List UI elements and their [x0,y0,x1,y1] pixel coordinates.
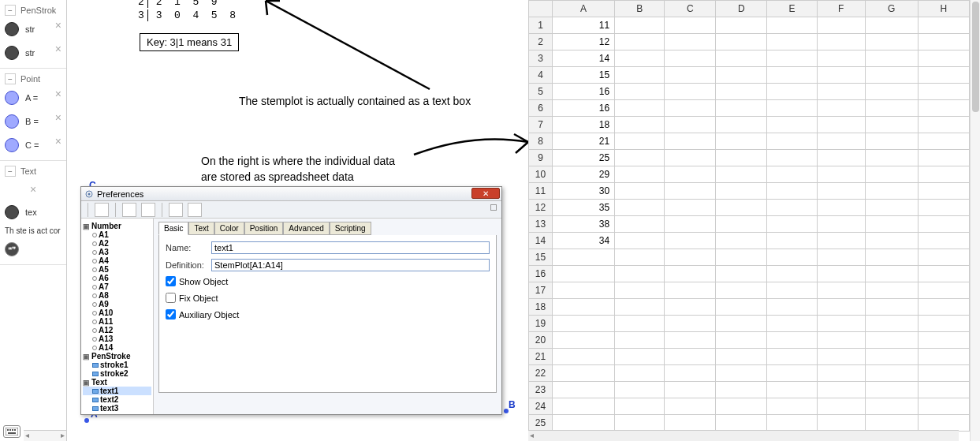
row-header[interactable]: 15 [529,249,553,266]
cell[interactable] [767,67,817,84]
cell[interactable] [865,316,918,332]
cell[interactable] [918,100,969,117]
cell[interactable] [716,117,767,133]
cell[interactable] [865,332,918,349]
cell[interactable] [716,382,767,398]
cell[interactable] [865,50,918,67]
cell[interactable] [817,249,865,266]
cell[interactable] [615,200,665,216]
visibility-dot-icon[interactable] [5,138,19,152]
object-text1[interactable]: tex [2,200,65,224]
cell[interactable] [817,166,865,183]
cell[interactable] [817,84,865,100]
cell[interactable] [716,84,767,100]
fix-object-checkbox[interactable] [166,293,176,303]
cell[interactable]: 15 [553,67,615,84]
cell[interactable] [767,166,817,183]
cell[interactable] [918,233,969,249]
tree-item[interactable]: A4 [83,256,151,265]
cell[interactable] [865,150,918,166]
cell[interactable] [918,50,969,67]
cell[interactable] [767,266,817,282]
cell[interactable] [615,316,665,332]
object-point-b[interactable]: B = × [2,110,65,133]
tab-position[interactable]: Position [244,222,284,235]
cell[interactable] [918,282,969,299]
spreadsheet-view[interactable]: ABCDEFGH 1112123144155166167188219251029… [528,0,970,441]
col-header[interactable]: D [716,1,767,17]
cell[interactable] [665,117,716,133]
cell[interactable] [665,332,716,349]
cell[interactable] [716,200,767,216]
cell[interactable] [716,282,767,299]
cell[interactable] [716,316,767,332]
visibility-dot-icon[interactable] [5,205,19,219]
cell[interactable] [716,233,767,249]
cell[interactable] [665,266,716,282]
cell[interactable] [918,133,969,150]
cell[interactable] [767,216,817,233]
cell[interactable] [865,382,918,398]
cell[interactable] [865,100,918,117]
cell[interactable] [918,365,969,382]
cell[interactable] [918,316,969,332]
cell[interactable]: 25 [553,150,615,166]
cell[interactable] [615,299,665,316]
tab-color[interactable]: Color [214,222,244,235]
cell[interactable] [865,17,918,34]
cell[interactable] [918,67,969,84]
cell[interactable] [716,67,767,84]
close-icon[interactable]: × [55,43,61,55]
row-header[interactable]: 4 [529,67,553,84]
cell[interactable]: 12 [553,34,615,50]
cell[interactable] [553,299,615,316]
collapse-text[interactable]: − [5,166,16,177]
cell[interactable] [865,299,918,316]
defaults-icon[interactable] [95,203,109,217]
cell[interactable] [767,233,817,249]
cell[interactable] [615,349,665,365]
cell[interactable] [665,299,716,316]
cell[interactable] [665,34,716,50]
cell[interactable] [817,216,865,233]
cell[interactable] [865,415,918,432]
col-header[interactable]: B [615,1,665,17]
cell[interactable] [817,183,865,200]
cell[interactable] [767,249,817,266]
virtual-keyboard-button[interactable] [3,425,20,438]
cell[interactable] [767,150,817,166]
tree-item[interactable]: text3 [83,404,151,413]
cell[interactable] [918,216,969,233]
row-header[interactable]: 22 [529,365,553,382]
tree-item[interactable]: A1 [83,230,151,239]
cell[interactable] [918,349,969,365]
cell[interactable] [615,415,665,432]
cell[interactable] [767,183,817,200]
object-text-quote[interactable]: ❝❞ [2,237,65,261]
cell[interactable] [665,382,716,398]
cell[interactable] [767,17,817,34]
quote-icon[interactable]: ❝❞ [5,242,19,256]
close-icon[interactable]: × [55,135,61,148]
cell[interactable] [665,67,716,84]
tree-item[interactable]: stroke1 [83,361,151,369]
cell[interactable] [865,365,918,382]
show-object-checkbox[interactable] [166,276,176,286]
row-header[interactable]: 11 [529,183,553,200]
cell[interactable] [865,183,918,200]
object-stroke2[interactable]: str × [2,41,65,65]
cell[interactable] [865,282,918,299]
cell[interactable] [553,349,615,365]
tab-advanced[interactable]: Advanced [283,222,329,235]
cell[interactable] [665,216,716,233]
cell[interactable] [865,133,918,150]
cell[interactable] [767,316,817,332]
cell[interactable] [865,84,918,100]
cell[interactable] [817,34,865,50]
cell[interactable] [865,349,918,365]
cell[interactable] [865,166,918,183]
cell[interactable] [615,17,665,34]
cell[interactable] [716,150,767,166]
object-stroke1[interactable]: str × [2,17,65,41]
cell[interactable] [767,282,817,299]
